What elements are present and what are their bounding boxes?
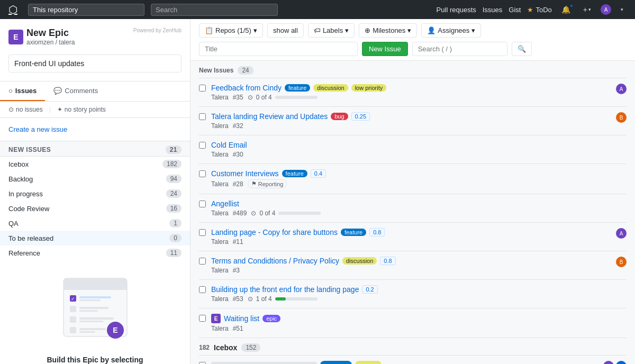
issue-title-link[interactable]: Angellist — [211, 199, 239, 208]
tab-issues[interactable]: ○ Issues — [0, 81, 45, 101]
epic-header: E New Epic axiomzen / talera Powered by … — [0, 19, 190, 81]
backlog-label: Backlog — [8, 175, 33, 183]
issue-avatar: A — [616, 228, 627, 239]
issue-title-link[interactable]: Customer Interviews — [211, 169, 279, 178]
issue-title-link[interactable]: Waiting list — [224, 314, 259, 323]
to-be-released-count: 0 — [169, 234, 182, 242]
milestones-filter-button[interactable]: ⊕ Milestones ▾ — [359, 23, 417, 38]
tab-comments[interactable]: 💬 Comments — [45, 81, 106, 101]
svg-rect-6 — [79, 299, 101, 301]
issue-number: #32 — [233, 122, 243, 130]
issue-avatar: B — [616, 257, 627, 267]
issue-title-link[interactable]: Talera landing Review and Updates — [211, 112, 328, 121]
sidebar-item-code-review[interactable]: Code Review 16 — [0, 201, 190, 216]
story-points-icon: ✦ — [57, 106, 62, 113]
gist-link[interactable]: Gist — [509, 6, 521, 14]
issue-repo: Talera — [211, 267, 229, 274]
issue-title-row: Feedback from Cindy feature discussion l… — [211, 84, 611, 92]
assignees-filter-label: Assignees — [438, 26, 469, 34]
issue-meta: Talera #489 ⊙ 0 of 4 — [211, 210, 627, 217]
chevron-down-icon: ▾ — [621, 7, 623, 12]
issue-checkbox[interactable] — [199, 362, 206, 364]
issue-title-row: Landing page - Copy for share buttons fe… — [211, 228, 611, 236]
tab-issues-label: Issues — [15, 87, 37, 95]
person-icon: 👤 — [427, 26, 436, 34]
plus-button[interactable]: + ▾ — [580, 4, 594, 15]
issue-row: E Waiting list epic Talera #51 — [199, 308, 627, 338]
progress-icon: ⊙ — [251, 210, 256, 217]
issue-content: Feedback from Cindy feature discussion l… — [211, 84, 611, 101]
issue-number: #53 — [233, 295, 243, 303]
label-badge-feature: feature — [341, 229, 366, 236]
progress-icon: ⊙ — [248, 295, 253, 303]
issue-checkbox[interactable] — [199, 113, 206, 120]
new-issue-button[interactable]: New Issue — [362, 42, 408, 56]
pull-requests-link[interactable]: Pull requests — [437, 6, 476, 14]
sidebar-item-reference[interactable]: Reference 11 — [0, 245, 190, 260]
issue-checkbox[interactable] — [199, 85, 206, 92]
issue-checkbox[interactable] — [199, 258, 206, 265]
user-menu-button[interactable]: ▾ — [618, 5, 627, 14]
icebox-count-badge: 152 — [241, 343, 260, 352]
issue-checkbox[interactable] — [199, 229, 206, 236]
issue-meta: Talera #30 — [211, 151, 627, 158]
search-button[interactable]: 🔍 — [512, 42, 532, 56]
labels-filter-button[interactable]: 🏷 Labels ▾ — [308, 23, 355, 38]
issue-checkbox[interactable] — [199, 142, 206, 149]
issue-title-link[interactable]: Terms and Condidtions / Privacy Policy — [211, 257, 339, 265]
progress-bar — [275, 96, 318, 99]
sidebar-item-backlog[interactable]: Backlog 94 — [0, 171, 190, 186]
issues-link[interactable]: Issues — [483, 6, 503, 14]
issue-number: #30 — [233, 151, 243, 158]
no-story-points-meta: ✦ no story points — [57, 106, 106, 113]
epic-repo-path: axiomzen / talera — [26, 39, 75, 46]
issue-title-link[interactable]: Cold Email — [211, 141, 247, 149]
issue-title-row: E Waiting list epic — [211, 314, 627, 323]
issue-checkbox[interactable] — [199, 201, 206, 207]
issue-meta: Talera #32 — [211, 122, 611, 130]
issue-repo: Talera — [211, 151, 229, 158]
issue-meta: Talera #3 — [211, 267, 611, 274]
repos-filter-button[interactable]: 📋 Repos (1/5) ▾ — [199, 23, 263, 38]
issue-content: Building up the front end for the landin… — [211, 285, 627, 303]
issue-checkbox[interactable] — [199, 286, 206, 293]
chevron-down-icon: ▾ — [345, 26, 349, 34]
todo-button[interactable]: ★ ToDo — [527, 6, 551, 14]
title-filter-input[interactable] — [199, 42, 358, 56]
epic-icon: E — [211, 314, 221, 323]
github-logo[interactable]: ⬡ — [8, 3, 17, 16]
issue-checkbox[interactable] — [199, 170, 206, 177]
create-new-issue-link[interactable]: Create a new issue — [8, 121, 67, 138]
repo-search-input[interactable] — [28, 4, 144, 16]
plus-icon: + — [583, 5, 587, 14]
issue-meta: Talera #51 — [211, 325, 627, 332]
qa-label: QA — [8, 220, 19, 228]
issue-title-link[interactable]: Feedback from Cindy — [211, 84, 282, 92]
issue-number: #28 — [233, 180, 243, 188]
sidebar-item-icebox[interactable]: Icebox 182 — [0, 157, 190, 171]
notifications-button[interactable]: 🔔 — [558, 4, 574, 15]
user-avatar[interactable]: A — [601, 4, 611, 15]
in-progress-count: 24 — [166, 189, 182, 198]
main-layout: E New Epic axiomzen / talera Powered by … — [0, 19, 635, 364]
search-input[interactable] — [412, 42, 507, 56]
right-panel: 📋 Repos (1/5) ▾ show all 🏷 Labels ▾ ⊕ Mi… — [190, 19, 635, 364]
epic-title-input[interactable] — [8, 54, 182, 72]
label-badge-discussion: discussion — [342, 257, 377, 265]
issue-content: Customer Interviews feature 0.4 Talera #… — [211, 169, 627, 188]
reference-count: 11 — [166, 249, 182, 257]
issue-title-link[interactable]: Landing page - Copy for share buttons — [211, 228, 338, 236]
sidebar-item-in-progress[interactable]: In progress 24 — [0, 186, 190, 201]
assignees-filter-button[interactable]: 👤 Assignees ▾ — [421, 23, 481, 38]
sidebar-item-qa[interactable]: QA 1 — [0, 216, 190, 231]
issue-title-link[interactable]: Building up the front end for the landin… — [211, 285, 359, 294]
issue-meta: Talera #11 — [211, 238, 611, 245]
global-search-input[interactable] — [151, 4, 278, 16]
new-issues-section-label: New Issues — [8, 146, 51, 153]
issue-checkbox[interactable] — [199, 315, 206, 322]
issue-meta: Talera #28 ⚑ Reporting — [211, 179, 627, 188]
qa-count: 1 — [169, 219, 182, 228]
show-all-button[interactable]: show all — [267, 23, 304, 38]
svg-rect-12 — [79, 321, 103, 322]
sidebar-item-to-be-released[interactable]: To be released 0 — [0, 231, 190, 245]
